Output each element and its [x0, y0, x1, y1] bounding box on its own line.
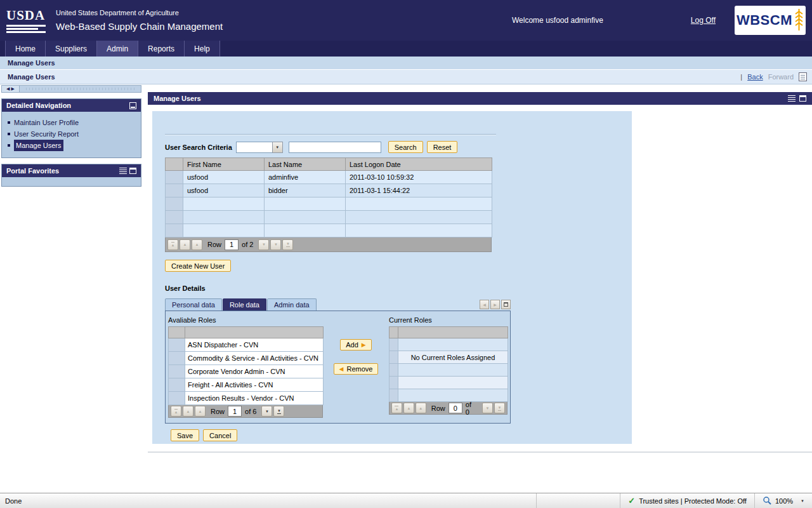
favorites-menu-icon[interactable]: [119, 168, 127, 174]
bullet-icon: [8, 121, 10, 124]
sidebar-collapse-buttons[interactable]: ◀ ▶: [2, 86, 20, 92]
sidebar-drag-handle[interactable]: [23, 88, 137, 90]
tab-personal-data[interactable]: Personal data: [165, 298, 222, 311]
role-name[interactable]: Freight - All Activities - CVN: [185, 378, 324, 392]
main-panel-titlebar: Manage Users: [148, 92, 812, 105]
log-off-link[interactable]: Log Off: [691, 16, 716, 25]
cell-last-logon[interactable]: 2011-03-10 10:59:32: [346, 171, 492, 184]
last-row-icon[interactable]: ▼: [282, 239, 293, 250]
page-up-icon[interactable]: ▲: [180, 239, 190, 250]
collapse-left-icon[interactable]: ◀: [6, 86, 10, 91]
row-selector[interactable]: [169, 352, 185, 365]
cell-last-logon[interactable]: 2011-03-1 15:44:22: [346, 184, 492, 197]
search-criteria-dropdown[interactable]: ▼: [236, 142, 283, 153]
cell-last-name[interactable]: bidder: [265, 184, 346, 197]
col-first-name[interactable]: First Name: [183, 158, 265, 171]
nav-tab-reports[interactable]: Reports: [138, 41, 185, 57]
cell-last-name[interactable]: adminfive: [265, 171, 346, 184]
sidebar-collapse-strip[interactable]: ◀ ▶: [1, 85, 141, 93]
role-name[interactable]: Commodity & Service - All Activities - C…: [185, 352, 324, 365]
status-segment: [536, 493, 620, 508]
wbscm-logo: WBSCM: [735, 6, 806, 35]
search-criteria-value[interactable]: [236, 142, 272, 153]
back-link[interactable]: Back: [747, 73, 763, 81]
nav-tab-suppliers[interactable]: Suppliers: [46, 41, 97, 57]
row-label: Row: [211, 408, 225, 415]
check-icon: ✓: [628, 497, 635, 505]
create-new-user-button[interactable]: Create New User: [165, 260, 231, 272]
row-down-icon[interactable]: ▼: [261, 406, 272, 417]
tab-scroll-left-icon[interactable]: ◀: [480, 300, 489, 309]
first-row-icon[interactable]: ▲: [171, 406, 181, 417]
search-button[interactable]: Search: [388, 141, 423, 153]
remove-role-button[interactable]: ◀ Remove: [334, 363, 379, 375]
cell-first-name[interactable]: usfood: [183, 184, 265, 197]
row-up-icon[interactable]: ▲: [416, 403, 426, 413]
page-down-icon[interactable]: ▼: [270, 239, 281, 250]
last-row-icon[interactable]: ▼: [273, 406, 284, 417]
available-roles-pagination: ▲ ▲ ▲ Row of 6 ▼ ▼: [168, 405, 323, 418]
add-role-button[interactable]: Add ▶: [340, 339, 372, 351]
row-count-label: of 0: [466, 401, 477, 416]
tab-admin-data[interactable]: Admin data: [267, 298, 317, 311]
first-row-icon[interactable]: ▲: [167, 239, 178, 250]
collapse-panel-icon[interactable]: [129, 102, 136, 109]
collapse-right-icon[interactable]: ▶: [11, 86, 15, 91]
chevron-down-icon[interactable]: ▼: [272, 142, 283, 153]
empty-row: [390, 377, 508, 389]
reset-button[interactable]: Reset: [427, 141, 458, 153]
bullet-icon: [8, 144, 10, 147]
row-down-icon[interactable]: ▼: [258, 239, 269, 250]
cancel-button[interactable]: Cancel: [203, 429, 237, 441]
search-input[interactable]: [289, 142, 381, 153]
row-number-input[interactable]: [225, 239, 239, 250]
row-down-icon[interactable]: ▼: [482, 403, 493, 413]
available-roles-section: Avaliable Roles ASN Dispatcher - CVN: [168, 316, 323, 418]
role-row: Corporate Vendor Admin - CVN: [169, 365, 324, 378]
tab-role-data[interactable]: Role data: [223, 298, 266, 311]
maximize-icon[interactable]: [799, 95, 806, 102]
nav-tab-home[interactable]: Home: [5, 41, 46, 57]
role-name[interactable]: Inspection Results - Vendor - CVN: [185, 392, 324, 405]
col-last-logon-date[interactable]: Last Logon Date: [346, 158, 492, 171]
cell-first-name[interactable]: usfood: [183, 171, 265, 184]
page-options-icon[interactable]: [799, 72, 807, 81]
row-number-input[interactable]: [228, 406, 242, 417]
tab-detach-icon[interactable]: [501, 300, 511, 309]
sidebar-item-maintain-user-profile[interactable]: Maintain User Profile: [8, 117, 135, 128]
nav-tab-help[interactable]: Help: [185, 41, 220, 57]
selector-column-header: [166, 158, 183, 171]
available-roles-header-row: [169, 327, 324, 338]
nav-tab-admin[interactable]: Admin: [97, 41, 138, 57]
row-selector[interactable]: [169, 392, 185, 405]
first-row-icon[interactable]: ▲: [391, 403, 402, 413]
row-selector[interactable]: [169, 338, 185, 352]
row-up-icon[interactable]: ▲: [192, 239, 202, 250]
empty-row: [390, 338, 508, 351]
arrow-right-icon: ▶: [362, 342, 366, 348]
page-up-icon[interactable]: ▲: [403, 403, 414, 413]
tabstrip-controls: ◀ ▶: [480, 300, 511, 311]
row-selector[interactable]: [169, 378, 185, 392]
zoom-control[interactable]: 100% ▼: [754, 493, 812, 508]
page-up-icon[interactable]: ▲: [183, 406, 193, 417]
row-selector[interactable]: [166, 171, 183, 184]
row-number-input[interactable]: [449, 403, 462, 413]
empty-row: [166, 224, 492, 237]
favorites-window-icon[interactable]: [129, 168, 136, 174]
col-last-name[interactable]: Last Name: [265, 158, 346, 171]
tray-menu-icon[interactable]: [788, 95, 796, 102]
available-roles-title: Avaliable Roles: [168, 316, 323, 324]
sidebar-item-user-security-report[interactable]: User Security Report: [8, 128, 135, 140]
last-row-icon[interactable]: ▼: [494, 403, 505, 413]
row-selector[interactable]: [166, 184, 183, 197]
role-name[interactable]: Corporate Vendor Admin - CVN: [185, 365, 324, 378]
tab-scroll-right-icon[interactable]: ▶: [490, 300, 500, 309]
row-selector[interactable]: [169, 365, 185, 378]
users-table-pagination: ▲ ▲ ▲ Row of 2 ▼ ▼ ▼: [165, 237, 492, 252]
sidebar-item-manage-users[interactable]: Manage Users: [8, 140, 135, 151]
status-text: Done: [0, 497, 22, 505]
save-button[interactable]: Save: [171, 429, 199, 441]
role-name[interactable]: ASN Dispatcher - CVN: [185, 338, 324, 352]
row-up-icon[interactable]: ▲: [195, 406, 206, 417]
